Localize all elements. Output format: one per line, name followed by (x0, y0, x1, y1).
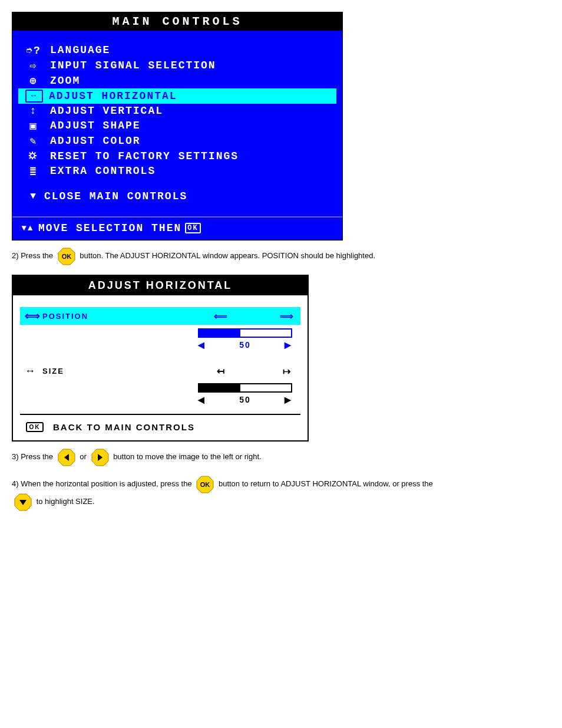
menu-item-close[interactable]: ▼ CLOSE MAIN CONTROLS (18, 179, 336, 213)
shift-left-icon: ⟸ (212, 311, 230, 322)
instruction-step-4: 4) When the horizontal position is adjus… (12, 476, 562, 511)
reset-icon: ⛭ (23, 150, 44, 162)
adjust-color-icon: ✎ (23, 134, 44, 147)
arrow-right-icon[interactable]: ▶ (285, 340, 292, 350)
step-text: button to return to ADJUST HORIZONTAL wi… (219, 479, 433, 488)
osd-footer-hint: ▼▲ MOVE SELECTION THEN OK (12, 218, 342, 240)
step-text: 2) Press the (12, 251, 55, 260)
menu-item-adjust-vertical[interactable]: ↕ ADJUST VERTICAL (18, 104, 336, 118)
instruction-step-3: 3) Press the or button to move the image… (12, 449, 562, 466)
expand-icon: ↦ (278, 365, 296, 377)
step-text: 4) When the horizontal position is adjus… (12, 479, 194, 488)
menu-item-extra-controls[interactable]: ≣ EXTRA CONTROLS (18, 163, 336, 179)
menu-item-adjust-horizontal[interactable]: ↔ ADJUST HORIZONTAL (18, 88, 336, 104)
menu-label: RESET TO FACTORY SETTINGS (44, 150, 239, 162)
menu-item-input-signal[interactable]: ⇨ INPUT SIGNAL SELECTION (18, 58, 336, 73)
svg-text:OK: OK (61, 253, 71, 260)
step-text: button to move the image to the left or … (113, 452, 261, 461)
setting-size[interactable]: ↔ SIZE ↤ ↦ (20, 363, 300, 380)
adjust-horizontal-title: ADJUST HORIZONTAL (13, 276, 308, 295)
shrink-icon: ↤ (212, 365, 230, 377)
right-button-icon (91, 449, 109, 466)
zoom-icon: ⊕ (23, 74, 44, 87)
left-button-icon (58, 449, 75, 466)
adjust-shape-icon: ▣ (23, 119, 44, 132)
slider-value: 50 (239, 395, 251, 404)
step-text: to highlight SIZE. (37, 497, 95, 506)
menu-item-adjust-shape[interactable]: ▣ ADJUST SHAPE (18, 118, 336, 133)
down-button-icon (14, 493, 32, 511)
extra-controls-icon: ≣ (23, 164, 44, 177)
menu-label: INPUT SIGNAL SELECTION (44, 60, 216, 71)
ok-icon: OK (185, 223, 200, 233)
arrow-left-icon[interactable]: ◀ (198, 395, 206, 404)
menu-label: LANGUAGE (44, 44, 110, 56)
instruction-step-2: 2) Press the OK button. The ADJUST HORIZ… (12, 248, 562, 265)
adjust-horizontal-icon: ↔ (25, 90, 43, 103)
back-label: BACK TO MAIN CONTROLS (53, 422, 195, 432)
main-controls-title: MAIN CONTROLS (12, 12, 342, 31)
menu-label: ZOOM (44, 75, 80, 87)
menu-label: ADJUST COLOR (44, 135, 141, 147)
menu-item-reset-factory[interactable]: ⛭ RESET TO FACTORY SETTINGS (18, 149, 336, 163)
step-text: or (80, 452, 88, 461)
arrow-right-icon[interactable]: ▶ (285, 395, 292, 404)
back-to-main[interactable]: OK BACK TO MAIN CONTROLS (13, 415, 308, 440)
menu-label: ADJUST VERTICAL (44, 105, 163, 117)
menu-label: EXTRA CONTROLS (44, 165, 156, 177)
setting-label: SIZE (42, 367, 212, 375)
main-controls-osd: MAIN CONTROLS ➮? LANGUAGE ⇨ INPUT SIGNAL… (12, 12, 343, 241)
menu-label: ADJUST SHAPE (44, 120, 141, 131)
menu-label: ADJUST HORIZONTAL (43, 90, 177, 102)
footer-label: MOVE SELECTION THEN (38, 222, 181, 234)
close-down-icon: ▼ (23, 191, 44, 202)
adjust-vertical-icon: ↕ (23, 105, 44, 117)
arrow-left-icon[interactable]: ◀ (198, 340, 206, 350)
position-slider[interactable]: ◀ 50 ▶ (20, 325, 300, 350)
slider-value: 50 (239, 340, 251, 350)
up-down-icon: ▼▲ (17, 223, 38, 233)
ok-button-icon: OK (196, 476, 214, 493)
setting-position[interactable]: ⟺ POSITION ⟸ ⟹ (20, 307, 300, 325)
menu-item-adjust-color[interactable]: ✎ ADJUST COLOR (18, 133, 336, 149)
adjust-horizontal-osd: ADJUST HORIZONTAL ⟺ POSITION ⟸ ⟹ ◀ 50 ▶ … (12, 275, 309, 442)
setting-label: POSITION (42, 312, 212, 321)
menu-label: CLOSE MAIN CONTROLS (44, 190, 187, 202)
step-text: 3) Press the (12, 452, 55, 461)
input-signal-icon: ⇨ (23, 59, 44, 72)
svg-text:OK: OK (200, 481, 210, 488)
menu-item-zoom[interactable]: ⊕ ZOOM (18, 73, 336, 88)
main-controls-menu: ➮? LANGUAGE ⇨ INPUT SIGNAL SELECTION ⊕ Z… (12, 31, 342, 216)
language-icon: ➮? (23, 44, 44, 57)
menu-item-language[interactable]: ➮? LANGUAGE (18, 42, 336, 58)
size-slider[interactable]: ◀ 50 ▶ (20, 380, 300, 404)
step-text: button. The ADJUST HORIZONTAL window app… (80, 251, 375, 260)
ok-icon: OK (26, 422, 44, 432)
size-icon: ↔ (25, 365, 42, 377)
shift-right-icon: ⟹ (278, 311, 296, 322)
ok-button-icon: OK (58, 248, 75, 265)
position-icon: ⟺ (25, 309, 42, 322)
